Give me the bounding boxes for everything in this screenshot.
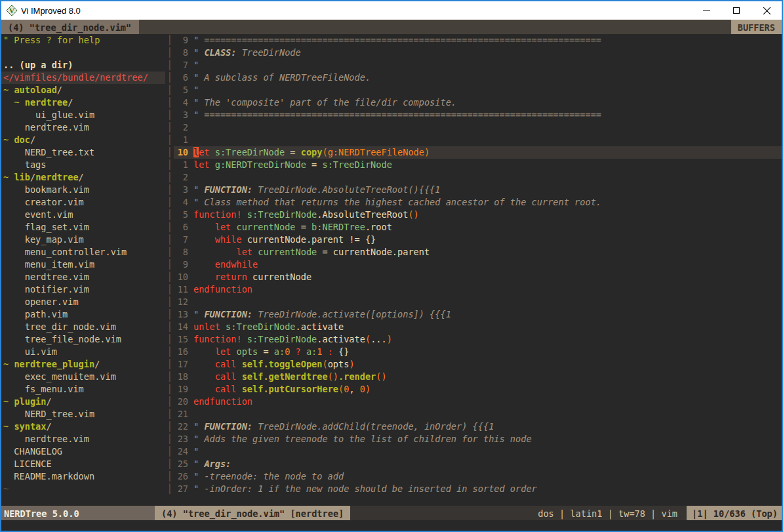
tab-tree-dir-node[interactable]: (4) "tree_dir_node.vim" [1, 20, 139, 34]
code-line[interactable]: 18 call self.getNerdtree().render() [174, 371, 782, 383]
code-line[interactable]: 1let g:NERDTreeDirNode = s:TreeDirNode [174, 159, 782, 171]
code-line[interactable]: 6 let currentNode = b:NERDTree.root [174, 221, 782, 234]
tree-item[interactable]: ~ nerdtree_plugin/ [1, 358, 165, 371]
tree-item[interactable]: bookmark.vim [1, 184, 165, 196]
separator-bar: │ [165, 296, 174, 308]
code-line[interactable]: 15function! s:TreeDirNode.activate(...) [174, 333, 782, 346]
tree-item[interactable] [1, 47, 165, 59]
code-line[interactable]: 11endfunction [174, 283, 782, 296]
line-number: 14 [174, 321, 188, 333]
tree-item[interactable]: ~ [1, 483, 165, 495]
minimize-button[interactable] [691, 1, 721, 20]
code-line[interactable]: 4" The 'composite' part of the file/dir … [174, 96, 782, 109]
code-line[interactable]: 9" =====================================… [174, 34, 782, 47]
code-line[interactable]: 3" FUNCTION: TreeDirNode.AbsoluteTreeRoo… [174, 184, 782, 196]
code-line[interactable]: 2 [174, 121, 782, 134]
code-line[interactable]: 27" -inOrder: 1 if the new node should b… [174, 483, 782, 495]
tree-item[interactable]: ui_glue.vim [1, 109, 165, 121]
code-editor[interactable]: 9" =====================================… [174, 34, 782, 506]
tree-item[interactable]: nerdtree.vim [1, 433, 165, 445]
code-text: return currentNode [193, 271, 311, 283]
code-line[interactable]: 9 endwhile [174, 258, 782, 271]
separator-bar: │ [165, 420, 174, 433]
tree-item[interactable]: ~ doc/ [1, 134, 165, 146]
tree-item[interactable]: tags [1, 159, 165, 171]
code-line[interactable]: 8" CLASS: TreeDirNode [174, 47, 782, 59]
code-line[interactable]: 4" Class method that returns the highest… [174, 196, 782, 209]
tree-item[interactable]: tree_file_node.vim [1, 333, 165, 346]
window-separator[interactable]: │││││││││││││││││││││││││││││││││││││ [165, 34, 174, 506]
code-line[interactable]: 2 [174, 171, 782, 184]
tree-item[interactable]: flag_set.vim [1, 221, 165, 234]
code-line[interactable]: 5function! s:TreeDirNode.AbsoluteTreeRoo… [174, 209, 782, 221]
separator-bar: │ [165, 483, 174, 495]
code-line[interactable]: 12 [174, 296, 782, 308]
tree-item[interactable]: README.markdown [1, 470, 165, 483]
code-line-current[interactable]: 10let s:TreeDirNode = copy(g:NERDTreeFil… [174, 146, 782, 159]
tree-item[interactable]: ui.vim [1, 346, 165, 358]
code-line[interactable]: 5" [174, 84, 782, 96]
code-text: let s:TreeDirNode = copy(g:NERDTreeFileN… [193, 146, 430, 159]
code-line[interactable]: 7" [174, 59, 782, 72]
tree-item[interactable]: menu_controller.vim [1, 246, 165, 258]
tree-item[interactable]: tree_dir_node.vim [1, 321, 165, 333]
code-line[interactable]: 14unlet s:TreeDirNode.activate [174, 321, 782, 333]
code-line[interactable]: 8 let currentNode = currentNode.parent [174, 246, 782, 258]
tree-item[interactable]: key_map.vim [1, 234, 165, 246]
code-line[interactable]: 19 call self.putCursorHere(0, 0) [174, 383, 782, 396]
code-line[interactable]: 10 return currentNode [174, 271, 782, 283]
minimize-icon [703, 7, 710, 14]
code-line[interactable]: 16 let opts = a:0 ? a:1 : {} [174, 346, 782, 358]
code-line[interactable]: 21 [174, 408, 782, 420]
code-line[interactable]: 25" Args: [174, 458, 782, 470]
code-line[interactable]: 6" A subclass of NERDTreeFileNode. [174, 72, 782, 84]
tree-item[interactable]: creator.vim [1, 196, 165, 209]
separator-bar: │ [165, 121, 174, 134]
tree-item[interactable]: event.vim [1, 209, 165, 221]
tree-item[interactable]: ~ lib/nerdtree/ [1, 171, 165, 184]
statusline-filename: (4) "tree_dir_node.vim" [nerdtree] [155, 506, 350, 520]
code-line[interactable]: 3" =====================================… [174, 109, 782, 121]
tree-item[interactable]: CHANGELOG [1, 445, 165, 458]
statusline-nerdtree: NERDTree 5.0.0 [1, 506, 155, 520]
tabline: (4) "tree_dir_node.vim" BUFFERS [1, 20, 782, 34]
buffers-label[interactable]: BUFFERS [731, 20, 782, 34]
code-line[interactable]: 23" Adds the given treenode to the list … [174, 433, 782, 445]
tree-item[interactable]: NERD_tree.vim [1, 408, 165, 420]
tree-item[interactable]: ~ nerdtree/ [1, 96, 165, 109]
gvim-window: V Vi IMproved 8.0 (4) "tree_dir_node.vim… [0, 0, 783, 532]
tree-item[interactable]: LICENCE [1, 458, 165, 470]
tree-item[interactable]: fs_menu.vim [1, 383, 165, 396]
code-line[interactable]: 26" -treenode: the node to add [174, 470, 782, 483]
tree-item[interactable]: NERD_tree.txt [1, 146, 165, 159]
line-number: 12 [174, 296, 188, 308]
code-line[interactable]: 13" FUNCTION: TreeDirNode.activate([opti… [174, 308, 782, 321]
separator-bar: │ [165, 184, 174, 196]
tree-item[interactable]: ~ syntax/ [1, 420, 165, 433]
line-number: 24 [174, 445, 188, 458]
close-button[interactable] [752, 1, 782, 20]
code-text: " FUNCTION: TreeDirNode.addChild(treenod… [193, 420, 494, 433]
code-line[interactable]: 1 [174, 134, 782, 146]
tree-item[interactable]: " Press ? for help [1, 34, 165, 47]
tree-item[interactable]: notifier.vim [1, 283, 165, 296]
tree-item[interactable]: exec_menuitem.vim [1, 371, 165, 383]
tree-item[interactable]: menu_item.vim [1, 258, 165, 271]
tree-item[interactable]: ~ autoload/ [1, 84, 165, 96]
code-line[interactable]: 24" [174, 445, 782, 458]
code-line[interactable]: 22" FUNCTION: TreeDirNode.addChild(treen… [174, 420, 782, 433]
tree-item[interactable]: ~ plugin/ [1, 396, 165, 408]
tree-item[interactable]: nerdtree.vim [1, 271, 165, 283]
tree-item[interactable]: </vimfiles/bundle/nerdtree/ [1, 72, 165, 84]
code-line[interactable]: 20endfunction [174, 396, 782, 408]
tree-item[interactable]: nerdtree.vim [1, 121, 165, 134]
code-line[interactable]: 17 call self.toggleOpen(opts) [174, 358, 782, 371]
tree-item[interactable]: opener.vim [1, 296, 165, 308]
code-line[interactable]: 7 while currentNode.parent != {} [174, 234, 782, 246]
nerdtree-panel[interactable]: " Press ? for help.. (up a dir)</vimfile… [1, 34, 165, 506]
tree-item[interactable]: .. (up a dir) [1, 59, 165, 72]
maximize-button[interactable] [721, 1, 752, 20]
line-number: 11 [174, 283, 188, 296]
command-line[interactable] [1, 520, 782, 531]
tree-item[interactable]: path.vim [1, 308, 165, 321]
